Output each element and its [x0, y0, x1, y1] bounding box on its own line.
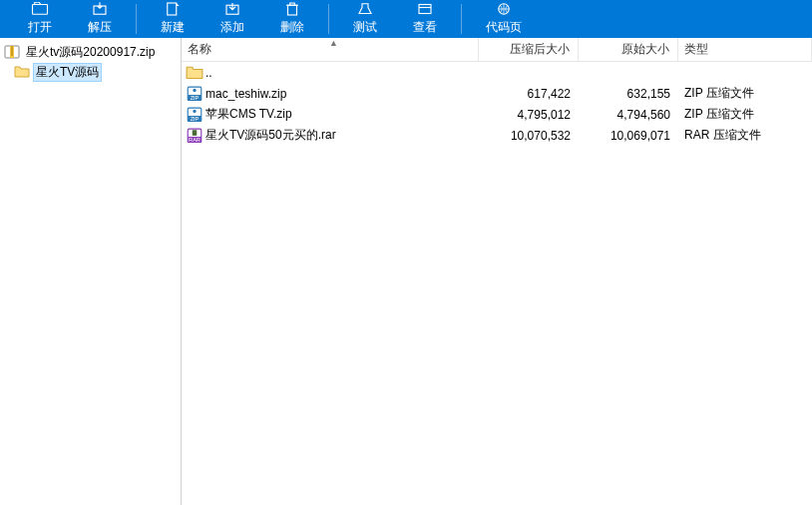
file-name-label: .. — [205, 66, 212, 80]
svg-rect-5 — [419, 5, 431, 14]
svg-rect-8 — [10, 46, 14, 58]
folder-icon — [186, 65, 203, 81]
test-label: 测试 — [353, 19, 377, 36]
column-header-original[interactable]: 原始大小 — [579, 38, 678, 61]
tree-root-item[interactable]: 星火tv源码20200917.zip — [0, 42, 181, 62]
file-row[interactable]: ZIP苹果CMS TV.zip4,795,0124,794,560ZIP 压缩文… — [182, 104, 812, 125]
file-name-label: 星火TV源码50元买的.rar — [205, 127, 336, 144]
file-name-cell: ZIP苹果CMS TV.zip — [182, 106, 479, 123]
codepage-label: 代码页 — [486, 19, 522, 36]
file-row[interactable]: RAR星火TV源码50元买的.rar10,070,53210,069,071RA… — [182, 125, 812, 146]
zip-icon: ZIP — [186, 86, 203, 102]
toolbar-separator — [328, 4, 329, 34]
file-type: ZIP 压缩文件 — [678, 85, 812, 102]
test-button[interactable]: 测试 — [335, 0, 395, 38]
codepage-button[interactable]: 代码页 — [468, 0, 540, 38]
svg-point-12 — [193, 88, 196, 91]
view-label: 查看 — [413, 19, 437, 36]
new-label: 新建 — [161, 19, 185, 36]
view-icon — [416, 0, 434, 18]
svg-text:RAR: RAR — [189, 137, 201, 143]
zip-icon: ZIP — [186, 107, 203, 123]
open-icon — [31, 0, 49, 18]
svg-rect-4 — [288, 5, 297, 15]
archive-icon — [4, 45, 20, 59]
globe-icon — [495, 0, 513, 18]
add-button[interactable]: 添加 — [203, 0, 262, 38]
svg-rect-20 — [193, 130, 198, 136]
svg-text:ZIP: ZIP — [191, 116, 200, 122]
column-header-row: ▲ 名称 压缩后大小 原始大小 类型 — [182, 38, 812, 62]
original-size: 632,155 — [579, 87, 678, 101]
compressed-size: 4,795,012 — [479, 108, 579, 122]
folder-icon — [14, 65, 30, 79]
file-name-label: 苹果CMS TV.zip — [205, 106, 292, 123]
compressed-size: 10,070,532 — [479, 129, 579, 143]
sort-indicator-icon: ▲ — [329, 38, 338, 48]
extract-button[interactable]: 解压 — [70, 0, 130, 38]
main-area: 星火tv源码20200917.zip 星火TV源码 ▲ 名称 压缩后大小 原始大… — [0, 38, 812, 505]
file-type: RAR 压缩文件 — [678, 127, 812, 144]
delete-label: 删除 — [280, 19, 304, 36]
new-icon — [164, 0, 182, 18]
toolbar: 打开 解压 新建 添加 删除 测试 查看 — [0, 0, 812, 38]
svg-rect-0 — [33, 5, 48, 15]
column-header-type[interactable]: 类型 — [678, 38, 812, 61]
toolbar-separator — [461, 4, 462, 34]
file-name-cell: .. — [182, 65, 479, 81]
compressed-size: 617,422 — [479, 87, 579, 101]
original-size: 10,069,071 — [579, 129, 678, 143]
delete-icon — [283, 0, 301, 18]
original-size: 4,794,560 — [579, 108, 678, 122]
rows-container: ..ZIPmac_teshiw.zip617,422632,155ZIP 压缩文… — [182, 62, 812, 146]
open-button[interactable]: 打开 — [10, 0, 70, 38]
file-row[interactable]: ZIPmac_teshiw.zip617,422632,155ZIP 压缩文件 — [182, 83, 812, 104]
add-label: 添加 — [220, 19, 244, 36]
column-header-compressed[interactable]: 压缩后大小 — [479, 38, 579, 61]
sidebar-tree: 星火tv源码20200917.zip 星火TV源码 — [0, 38, 182, 505]
view-button[interactable]: 查看 — [395, 0, 455, 38]
svg-text:ZIP: ZIP — [191, 95, 200, 101]
file-name-cell: ZIPmac_teshiw.zip — [182, 86, 479, 102]
tree-root-label: 星火tv源码20200917.zip — [23, 43, 158, 62]
file-type: ZIP 压缩文件 — [678, 106, 812, 123]
tree-child-label: 星火TV源码 — [33, 63, 102, 82]
rar-icon: RAR — [186, 128, 203, 144]
delete-button[interactable]: 删除 — [262, 0, 322, 38]
add-icon — [223, 0, 241, 18]
tree-child-item[interactable]: 星火TV源码 — [0, 62, 181, 82]
svg-rect-2 — [168, 3, 177, 15]
file-list: ▲ 名称 压缩后大小 原始大小 类型 ..ZIPmac_teshiw.zip61… — [182, 38, 812, 505]
toolbar-separator — [136, 4, 137, 34]
open-label: 打开 — [28, 19, 52, 36]
file-name-cell: RAR星火TV源码50元买的.rar — [182, 127, 479, 144]
file-name-label: mac_teshiw.zip — [205, 87, 286, 101]
extract-icon — [91, 0, 109, 18]
file-row[interactable]: .. — [182, 62, 812, 83]
svg-point-16 — [193, 109, 196, 112]
extract-label: 解压 — [88, 19, 112, 36]
test-icon — [356, 0, 374, 18]
new-button[interactable]: 新建 — [143, 0, 203, 38]
